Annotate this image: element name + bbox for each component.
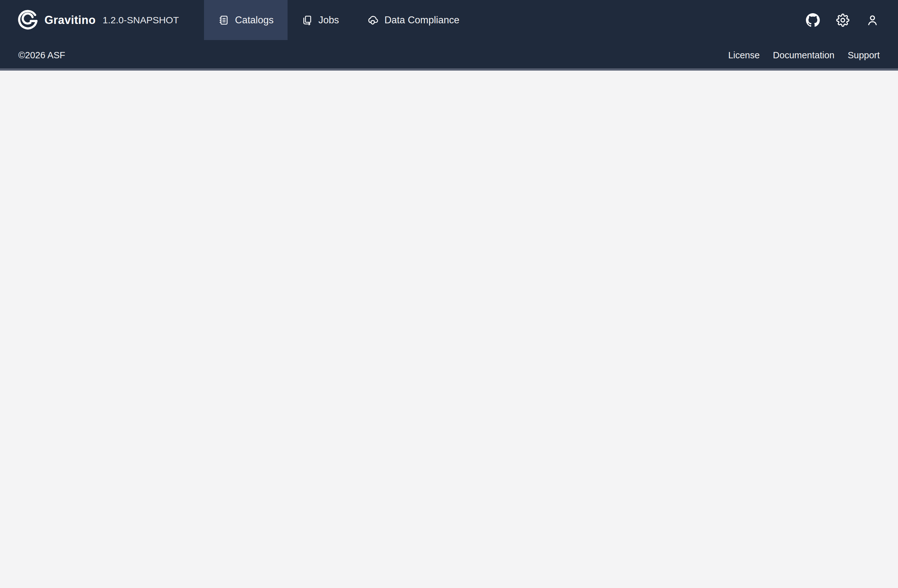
- brand-name: Gravitino: [45, 14, 96, 27]
- user-icon[interactable]: [866, 14, 879, 27]
- settings-gear-icon[interactable]: [836, 14, 849, 27]
- top-nav: Catalogs Jobs: [204, 0, 473, 40]
- gravitino-logo-icon: [17, 10, 38, 31]
- nav-label: Jobs: [318, 14, 339, 26]
- nav-label: Catalogs: [235, 14, 274, 26]
- top-navbar: Gravitino 1.2.0-SNAPSHOT Catalogs: [0, 0, 898, 40]
- footer-link-documentation[interactable]: Documentation: [773, 50, 834, 60]
- footer-link-support[interactable]: Support: [847, 50, 880, 60]
- brand-version: 1.2.0-SNAPSHOT: [103, 15, 179, 26]
- brand-home-link[interactable]: Gravitino 1.2.0-SNAPSHOT: [0, 0, 191, 40]
- copyright-text: ©2026 ASF: [18, 50, 65, 60]
- nav-label: Data Compliance: [384, 14, 460, 26]
- app-root: Gravitino 1.2.0-SNAPSHOT Catalogs: [0, 0, 898, 71]
- data-compliance-icon: [367, 14, 379, 26]
- page-footer: ©2026 ASF License Documentation Support: [0, 40, 898, 71]
- footer-links: License Documentation Support: [728, 50, 880, 60]
- catalogs-icon: [218, 14, 229, 26]
- footer-link-license[interactable]: License: [728, 50, 760, 60]
- topbar-actions: [806, 0, 898, 40]
- jobs-icon: [301, 14, 313, 26]
- nav-item-jobs[interactable]: Jobs: [288, 0, 353, 40]
- github-icon[interactable]: [806, 13, 820, 27]
- nav-item-data-compliance[interactable]: Data Compliance: [353, 0, 473, 40]
- nav-item-catalogs[interactable]: Catalogs: [204, 0, 287, 40]
